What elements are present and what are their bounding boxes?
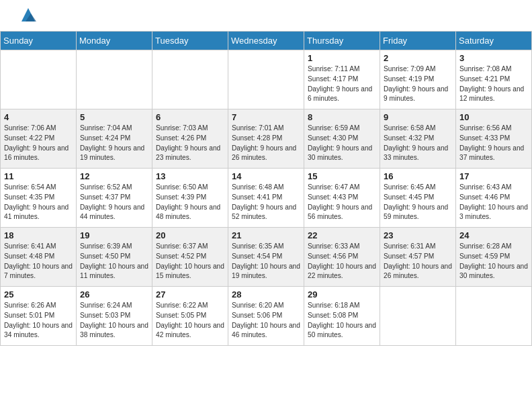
day-info: Sunrise: 6:41 AM Sunset: 4:48 PM Dayligh… [4, 242, 73, 281]
day-info: Sunrise: 6:26 AM Sunset: 5:01 PM Dayligh… [4, 301, 73, 340]
calendar-week-row: 25Sunrise: 6:26 AM Sunset: 5:01 PM Dayli… [1, 287, 532, 346]
calendar-cell: 18Sunrise: 6:41 AM Sunset: 4:48 PM Dayli… [1, 228, 77, 287]
logo [16, 12, 38, 24]
day-number: 19 [80, 230, 148, 240]
day-info: Sunrise: 6:45 AM Sunset: 4:45 PM Dayligh… [384, 183, 452, 222]
day-number: 21 [232, 230, 300, 240]
calendar-cell [152, 50, 228, 109]
calendar-week-row: 1Sunrise: 7:11 AM Sunset: 4:17 PM Daylig… [1, 50, 532, 109]
calendar-header-saturday: Saturday [456, 32, 532, 50]
calendar-cell: 9Sunrise: 6:58 AM Sunset: 4:32 PM Daylig… [380, 109, 456, 169]
calendar-cell [228, 50, 304, 109]
day-info: Sunrise: 6:59 AM Sunset: 4:30 PM Dayligh… [308, 124, 376, 163]
day-number: 29 [308, 289, 376, 300]
day-number: 28 [232, 289, 300, 300]
day-info: Sunrise: 6:18 AM Sunset: 5:08 PM Dayligh… [308, 301, 376, 340]
day-info: Sunrise: 6:54 AM Sunset: 4:35 PM Dayligh… [4, 183, 73, 222]
calendar-cell: 21Sunrise: 6:35 AM Sunset: 4:54 PM Dayli… [228, 228, 304, 287]
calendar-cell: 1Sunrise: 7:11 AM Sunset: 4:17 PM Daylig… [304, 50, 380, 109]
day-number: 16 [384, 171, 452, 181]
calendar-cell: 26Sunrise: 6:24 AM Sunset: 5:03 PM Dayli… [77, 287, 152, 346]
calendar-header-thursday: Thursday [304, 32, 380, 50]
calendar-header-monday: Monday [77, 32, 152, 50]
day-info: Sunrise: 6:31 AM Sunset: 4:57 PM Dayligh… [384, 242, 452, 281]
calendar-cell: 25Sunrise: 6:26 AM Sunset: 5:01 PM Dayli… [1, 287, 77, 346]
calendar-cell: 23Sunrise: 6:31 AM Sunset: 4:57 PM Dayli… [380, 228, 456, 287]
day-number: 25 [4, 289, 73, 300]
calendar-cell: 28Sunrise: 6:20 AM Sunset: 5:06 PM Dayli… [228, 287, 304, 346]
day-info: Sunrise: 7:09 AM Sunset: 4:19 PM Dayligh… [384, 64, 452, 104]
day-info: Sunrise: 6:28 AM Sunset: 4:59 PM Dayligh… [459, 242, 528, 281]
calendar-cell: 15Sunrise: 6:47 AM Sunset: 4:43 PM Dayli… [304, 169, 380, 228]
day-info: Sunrise: 7:11 AM Sunset: 4:17 PM Dayligh… [308, 64, 376, 104]
day-info: Sunrise: 6:56 AM Sunset: 4:33 PM Dayligh… [459, 124, 528, 163]
calendar-cell: 6Sunrise: 7:03 AM Sunset: 4:26 PM Daylig… [152, 109, 228, 169]
calendar-cell: 27Sunrise: 6:22 AM Sunset: 5:05 PM Dayli… [152, 287, 228, 346]
calendar-cell: 11Sunrise: 6:54 AM Sunset: 4:35 PM Dayli… [1, 169, 77, 228]
day-info: Sunrise: 7:06 AM Sunset: 4:22 PM Dayligh… [4, 124, 73, 163]
calendar-header-row: SundayMondayTuesdayWednesdayThursdayFrid… [1, 32, 532, 50]
day-info: Sunrise: 7:01 AM Sunset: 4:28 PM Dayligh… [232, 124, 300, 163]
day-info: Sunrise: 6:48 AM Sunset: 4:41 PM Dayligh… [232, 183, 300, 222]
calendar-cell: 10Sunrise: 6:56 AM Sunset: 4:33 PM Dayli… [456, 109, 532, 169]
calendar-cell: 4Sunrise: 7:06 AM Sunset: 4:22 PM Daylig… [1, 109, 77, 169]
day-number: 11 [4, 171, 73, 181]
day-number: 5 [80, 112, 148, 122]
day-number: 1 [308, 53, 376, 63]
calendar-cell [380, 287, 456, 346]
calendar-header-sunday: Sunday [1, 32, 77, 50]
calendar-cell: 2Sunrise: 7:09 AM Sunset: 4:19 PM Daylig… [380, 50, 456, 109]
calendar-cell [1, 50, 77, 109]
day-number: 12 [80, 171, 148, 181]
day-number: 7 [232, 112, 300, 122]
day-info: Sunrise: 6:50 AM Sunset: 4:39 PM Dayligh… [156, 183, 224, 222]
day-info: Sunrise: 6:37 AM Sunset: 4:52 PM Dayligh… [156, 242, 224, 281]
calendar-cell: 12Sunrise: 6:52 AM Sunset: 4:37 PM Dayli… [77, 169, 152, 228]
day-number: 14 [232, 171, 300, 181]
calendar-cell: 16Sunrise: 6:45 AM Sunset: 4:45 PM Dayli… [380, 169, 456, 228]
calendar-week-row: 4Sunrise: 7:06 AM Sunset: 4:22 PM Daylig… [1, 109, 532, 169]
calendar-cell: 5Sunrise: 7:04 AM Sunset: 4:24 PM Daylig… [77, 109, 152, 169]
day-number: 6 [156, 112, 224, 122]
calendar-cell: 24Sunrise: 6:28 AM Sunset: 4:59 PM Dayli… [456, 228, 532, 287]
calendar-header-tuesday: Tuesday [152, 32, 228, 50]
day-info: Sunrise: 6:20 AM Sunset: 5:06 PM Dayligh… [232, 301, 300, 340]
calendar-header-friday: Friday [380, 32, 456, 50]
calendar-cell: 20Sunrise: 6:37 AM Sunset: 4:52 PM Dayli… [152, 228, 228, 287]
day-info: Sunrise: 6:22 AM Sunset: 5:05 PM Dayligh… [156, 301, 224, 340]
day-info: Sunrise: 6:35 AM Sunset: 4:54 PM Dayligh… [232, 242, 300, 281]
calendar-cell: 17Sunrise: 6:43 AM Sunset: 4:46 PM Dayli… [456, 169, 532, 228]
calendar-cell: 22Sunrise: 6:33 AM Sunset: 4:56 PM Dayli… [304, 228, 380, 287]
logo-icon [19, 5, 38, 24]
day-number: 22 [308, 230, 376, 240]
calendar-header-wednesday: Wednesday [228, 32, 304, 50]
calendar-week-row: 11Sunrise: 6:54 AM Sunset: 4:35 PM Dayli… [1, 169, 532, 228]
day-number: 13 [156, 171, 224, 181]
calendar-cell: 3Sunrise: 7:08 AM Sunset: 4:21 PM Daylig… [456, 50, 532, 109]
day-number: 2 [384, 53, 452, 63]
day-info: Sunrise: 6:33 AM Sunset: 4:56 PM Dayligh… [308, 242, 376, 281]
calendar-cell: 14Sunrise: 6:48 AM Sunset: 4:41 PM Dayli… [228, 169, 304, 228]
calendar-cell: 8Sunrise: 6:59 AM Sunset: 4:30 PM Daylig… [304, 109, 380, 169]
day-info: Sunrise: 7:03 AM Sunset: 4:26 PM Dayligh… [156, 124, 224, 163]
day-number: 18 [4, 230, 73, 240]
day-number: 9 [384, 112, 452, 122]
day-number: 10 [459, 112, 528, 122]
day-info: Sunrise: 6:47 AM Sunset: 4:43 PM Dayligh… [308, 183, 376, 222]
calendar-week-row: 18Sunrise: 6:41 AM Sunset: 4:48 PM Dayli… [1, 228, 532, 287]
calendar-cell: 29Sunrise: 6:18 AM Sunset: 5:08 PM Dayli… [304, 287, 380, 346]
day-info: Sunrise: 6:39 AM Sunset: 4:50 PM Dayligh… [80, 242, 148, 281]
day-info: Sunrise: 6:58 AM Sunset: 4:32 PM Dayligh… [384, 124, 452, 163]
day-number: 26 [80, 289, 148, 300]
calendar-cell [456, 287, 532, 346]
day-info: Sunrise: 7:08 AM Sunset: 4:21 PM Dayligh… [459, 64, 528, 104]
calendar-cell [77, 50, 152, 109]
calendar-cell: 7Sunrise: 7:01 AM Sunset: 4:28 PM Daylig… [228, 109, 304, 169]
day-info: Sunrise: 7:04 AM Sunset: 4:24 PM Dayligh… [80, 124, 148, 163]
day-number: 15 [308, 171, 376, 181]
day-info: Sunrise: 6:43 AM Sunset: 4:46 PM Dayligh… [459, 183, 528, 222]
calendar-cell: 13Sunrise: 6:50 AM Sunset: 4:39 PM Dayli… [152, 169, 228, 228]
day-number: 23 [384, 230, 452, 240]
day-number: 20 [156, 230, 224, 240]
day-number: 27 [156, 289, 224, 300]
